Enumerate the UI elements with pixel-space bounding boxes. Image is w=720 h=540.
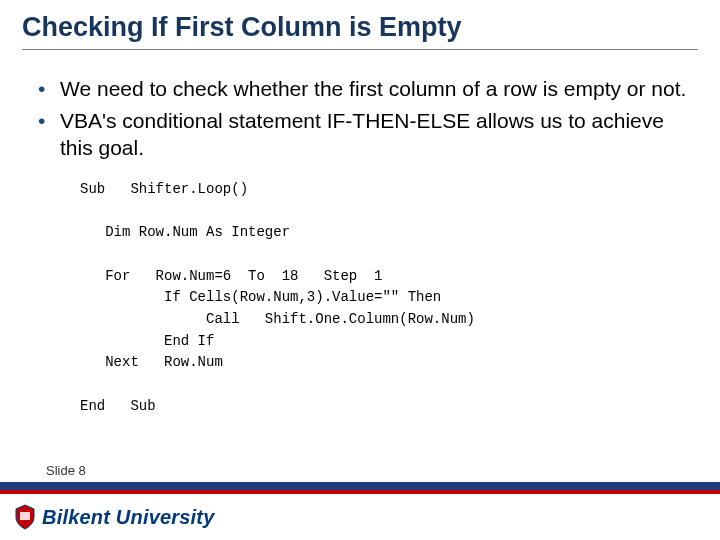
bullet-list: We need to check whether the first colum… [36, 76, 690, 161]
footer-band [0, 482, 720, 494]
bullet-item: We need to check whether the first colum… [36, 76, 690, 102]
bullet-item: VBA's conditional statement IF-THEN-ELSE… [36, 108, 690, 161]
university-logo: Bilkent University [14, 504, 215, 530]
slide-title: Checking If First Column is Empty [22, 12, 698, 43]
shield-icon [14, 504, 36, 530]
footer: Bilkent University [0, 494, 720, 540]
content-area: We need to check whether the first colum… [0, 54, 720, 540]
slide: Checking If First Column is Empty We nee… [0, 0, 720, 540]
svg-rect-0 [20, 512, 30, 520]
university-name: Bilkent University [42, 506, 215, 529]
title-area: Checking If First Column is Empty [0, 0, 720, 54]
title-underline [22, 49, 698, 50]
slide-number: Slide 8 [46, 463, 86, 478]
code-block: Sub Shifter.Loop() Dim Row.Num As Intege… [80, 179, 690, 418]
band-blue [0, 482, 720, 490]
